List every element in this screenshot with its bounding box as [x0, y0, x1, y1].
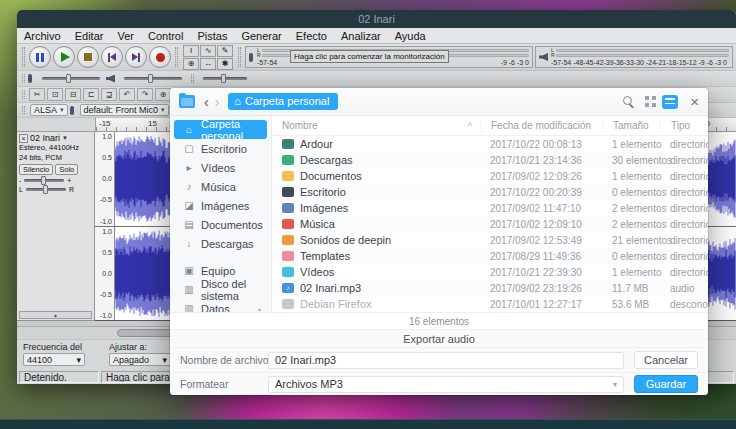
table-row[interactable]: Vídeos 2017/10/21 22:39:30 1 elemento di… — [272, 264, 708, 280]
track-control-panel[interactable]: × 02 Inari ▼ Estéreo, 44100Hz 24 bits, P… — [17, 132, 95, 321]
back-button[interactable]: ‹ — [204, 95, 209, 109]
menu-pistas[interactable]: Pistas — [190, 28, 234, 44]
sidebar-item-imagenes[interactable]: ◪ Imágenes — [174, 196, 267, 215]
save-button[interactable]: Guardar — [634, 375, 698, 393]
menu-editar[interactable]: Editar — [68, 28, 111, 44]
breadcrumb[interactable]: ⌂ Carpeta personal — [228, 93, 338, 110]
table-row[interactable]: Imágenes 2017/09/02 11:47:10 2 elementos… — [272, 200, 708, 216]
sidebar-item-disco-del-sistema[interactable]: ▥ Disco del sistema — [174, 280, 267, 299]
input-volume-slider[interactable] — [42, 77, 100, 80]
vertical-scale[interactable]: 1.0 0.5 0.0 -0.5 -1.0 — [95, 132, 115, 226]
toolbar-grip[interactable] — [175, 47, 178, 67]
play-button[interactable] — [53, 46, 75, 68]
column-header-tamano[interactable]: Tamaño — [602, 120, 660, 131]
zoom-in-button[interactable]: ⊕ — [155, 88, 171, 101]
timeshift-tool[interactable]: ↔ — [200, 58, 216, 70]
monitoring-message[interactable]: Haga clic para comenzar la monitorizació… — [290, 50, 449, 63]
pause-icon — [36, 53, 44, 62]
draw-tool[interactable]: ✎ — [217, 45, 233, 57]
toolbar-grip[interactable] — [22, 106, 25, 114]
toolbar-grip[interactable] — [238, 47, 241, 67]
pan-slider[interactable] — [26, 188, 66, 191]
menu-generar[interactable]: Generar — [234, 28, 288, 44]
table-row[interactable]: Sonidos de deepin 2017/09/02 12:53:49 21… — [272, 232, 708, 248]
table-row[interactable]: Descargas 2017/10/21 23:14:36 30 element… — [272, 152, 708, 168]
output-volume-slider[interactable] — [124, 77, 182, 80]
toolbar-grip[interactable] — [22, 74, 25, 83]
trim-button[interactable]: ⊏ — [83, 88, 99, 101]
close-icon[interactable]: × — [690, 95, 699, 109]
table-row[interactable]: Templates 2017/08/29 11:49:36 0 elemento… — [272, 248, 708, 264]
column-header-nombre[interactable]: Nombre ^ — [272, 120, 480, 131]
skip-end-button[interactable] — [125, 46, 147, 68]
table-row[interactable]: Escritorio 2017/10/22 00:20:39 0 element… — [272, 184, 708, 200]
menu-control[interactable]: Control — [141, 28, 190, 44]
filename-input[interactable] — [268, 352, 624, 369]
silence-button[interactable]: ⊒ — [101, 88, 117, 101]
playback-state: Detenido. — [19, 371, 99, 383]
cancel-button[interactable]: Cancelar — [634, 351, 698, 369]
table-row[interactable]: ♪ 02 Inari.mp3 2017/09/02 23:19:26 11.7 … — [272, 280, 708, 296]
table-row[interactable]: Debian Firefox 2017/10/01 12:27:17 53.6 … — [272, 296, 708, 312]
toolbar-grip[interactable] — [22, 90, 25, 99]
table-row[interactable]: Música 2017/10/02 12:09:10 2 elementos d… — [272, 216, 708, 232]
column-header-fecha[interactable]: Fecha de modificación — [480, 120, 602, 131]
menu-efecto[interactable]: Efecto — [289, 28, 334, 44]
folder-icon — [282, 155, 294, 165]
paste-button[interactable]: ⊟ — [65, 88, 81, 101]
sidebar-item-carpeta-personal[interactable]: ⌂ Carpeta personal — [174, 120, 267, 139]
forward-button[interactable]: › — [215, 95, 220, 109]
gain-slider[interactable] — [24, 179, 64, 182]
dialog-header[interactable]: ‹ › ⌂ Carpeta personal × — [170, 88, 708, 116]
menu-ayuda[interactable]: Ayuda — [388, 28, 433, 44]
sidebar-item-descargas[interactable]: ↓ Descargas — [174, 234, 267, 253]
copy-button[interactable]: ⊡ — [47, 88, 63, 101]
format-select[interactable]: Archivos MP3 ▾ — [268, 376, 624, 393]
dock[interactable] — [0, 419, 736, 429]
playback-meter[interactable]: L R -57-54 -48-45-42-39-36-33-30 -24-21-… — [535, 46, 733, 68]
undo-button[interactable]: ↶ — [119, 88, 135, 101]
window-titlebar[interactable]: 02 Inari — [17, 10, 736, 28]
track-title[interactable]: 02 Inari — [30, 133, 60, 143]
toolbar-grip[interactable] — [191, 74, 194, 83]
track-close-button[interactable]: × — [19, 134, 28, 143]
list-view-icon[interactable] — [662, 95, 678, 109]
playback-speed-slider[interactable] — [203, 77, 247, 80]
pause-button[interactable] — [29, 46, 51, 68]
sidebar-item-videos[interactable]: ▸ Vídeos — [174, 158, 267, 177]
search-icon[interactable] — [623, 96, 635, 108]
track-collapse-button[interactable]: ▲ — [19, 311, 92, 319]
envelope-tool[interactable]: ∿ — [200, 45, 216, 57]
stop-button[interactable] — [77, 46, 99, 68]
skip-start-button[interactable] — [101, 46, 123, 68]
track-menu-caret[interactable]: ▼ — [62, 135, 68, 141]
cut-button[interactable]: ✂ — [29, 88, 45, 101]
vertical-scale[interactable]: 1.0 0.5 0.0 -0.5 -1.0 — [95, 227, 115, 321]
chevron-down-icon: ▾ — [161, 105, 165, 115]
sidebar-item-musica[interactable]: ♪ Música — [174, 177, 267, 196]
mute-button[interactable]: Silencio — [19, 164, 53, 175]
recording-meter[interactable]: L R -57-54 -9 -6 -3 0 Haga clic para com… — [245, 46, 533, 68]
multi-tool[interactable]: ✱ — [217, 58, 233, 70]
project-rate-select[interactable]: 44100 ▾ — [23, 353, 85, 366]
zoom-tool[interactable]: ⊕ — [183, 58, 199, 70]
eject-icon[interactable]: ▴ — [258, 305, 261, 312]
record-button[interactable] — [149, 46, 171, 68]
redo-button[interactable]: ↷ — [137, 88, 153, 101]
audio-host-select[interactable]: ALSA ▾ — [30, 104, 68, 116]
grid-view-icon[interactable] — [645, 96, 656, 107]
menu-analizar[interactable]: Analizar — [334, 28, 388, 44]
snap-select[interactable]: Apagado ▾ — [109, 353, 171, 366]
selection-tool[interactable]: I — [183, 45, 199, 57]
table-row[interactable]: Documentos 2017/09/02 12:09:26 1 element… — [272, 168, 708, 184]
toolbar-grip[interactable] — [22, 47, 25, 67]
ruler-label: 15 — [148, 119, 157, 128]
table-row[interactable]: Ardour 2017/10/22 00:08:13 1 elemento di… — [272, 136, 708, 152]
menu-ver[interactable]: Ver — [110, 28, 141, 44]
input-device-select[interactable]: default: Front Mic0 ▾ — [80, 104, 169, 116]
solo-button[interactable]: Solo — [55, 164, 78, 175]
menu-archivo[interactable]: Archivo — [17, 28, 68, 44]
sidebar-item-escritorio[interactable]: ▢ Escritorio — [174, 139, 267, 158]
sidebar-item-documentos[interactable]: ▤ Documentos — [174, 215, 267, 234]
column-header-tipo[interactable]: Tipo — [660, 120, 708, 131]
